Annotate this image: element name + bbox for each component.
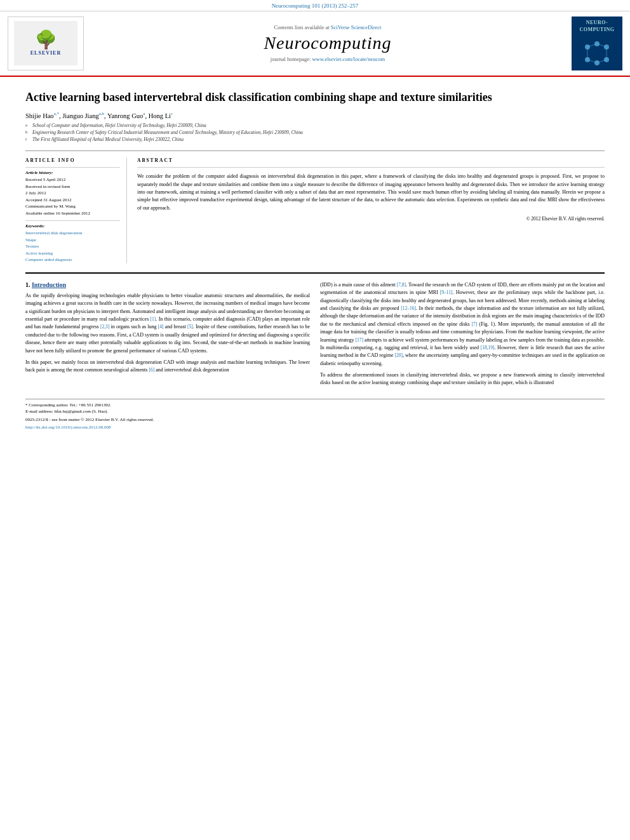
author-shijie: Shijie Hao xyxy=(25,112,54,119)
abstract-section: ABSTRACT We consider the problem of the … xyxy=(137,157,605,263)
journal-header: 🌳 ELSEVIER Contents lists available at S… xyxy=(0,11,630,77)
journal-citation: Neurocomputing 101 (2013) 252–257 xyxy=(272,3,359,9)
communicated: Communicated by M. Wang xyxy=(25,203,120,210)
article-title: Active learning based intervertebral dis… xyxy=(25,90,605,105)
ref-7-fig1: [7] xyxy=(472,321,478,327)
affil-c-text: The First Affiliated Hospital of Anhui M… xyxy=(32,136,184,143)
journal-citation-bar: Neurocomputing 101 (2013) 252–257 xyxy=(0,0,630,11)
ref-7-8: [7,8] xyxy=(397,282,406,288)
ref-1: [1] xyxy=(151,316,156,322)
doi-line[interactable]: http://dx.doi.org/10.1016/j.neucom.2012.… xyxy=(25,424,605,431)
author-jianguo: Jianguo Jiang xyxy=(62,112,98,119)
ref-6: [6] xyxy=(149,367,154,373)
keywords-block: Keywords: Intervertebral disk degenerati… xyxy=(25,220,120,263)
elsevier-label: ELSEVIER xyxy=(30,50,61,56)
main-content: Active learning based intervertebral dis… xyxy=(0,77,630,444)
ref-5: [5] xyxy=(187,324,193,330)
journal-center-info: Contents lists available at SciVerse Sci… xyxy=(90,17,565,70)
intro-col-right: (IDD) is a main cause of this ailment [7… xyxy=(320,281,605,391)
sciverse-line: Contents lists available at SciVerse Sci… xyxy=(274,24,382,30)
issn-line: 0925-2312/$ - see front matter © 2012 El… xyxy=(25,417,605,423)
ref-17: [17] xyxy=(356,337,364,343)
neurocomputing-icon xyxy=(581,41,613,66)
intro-para-3: (IDD) is a main cause of this ailment [7… xyxy=(320,281,605,368)
revised-date: Received in revised form xyxy=(25,183,120,190)
ref-9-11: [9–11] xyxy=(440,290,453,295)
keyword-shape: Shape xyxy=(25,237,120,244)
keyword-cad: Computer aided diagnosis xyxy=(25,257,120,263)
abstract-text: We consider the problem of the computer … xyxy=(137,173,605,212)
article-history-block: Article history: Received 5 April 2012 R… xyxy=(25,167,120,217)
copyright-line: © 2012 Elsevier B.V. All rights reserved… xyxy=(137,216,605,222)
ref-12-16: [12–16] xyxy=(401,305,416,311)
elsevier-logo-container: 🌳 ELSEVIER xyxy=(8,17,84,70)
affil-b: b Engineering Research Center of Safety … xyxy=(25,129,605,136)
article-info-panel: ARTICLE INFO Article history: Received 5… xyxy=(25,157,127,263)
history-label: Article history: xyxy=(25,170,120,175)
section-title: Introduction xyxy=(32,281,66,288)
elsevier-tree-icon: 🌳 xyxy=(35,31,57,49)
received-date: Received 5 April 2012 xyxy=(25,177,120,183)
accepted-date: Accepted 31 August 2012 xyxy=(25,197,120,204)
article-info-abstract: ARTICLE INFO Article history: Received 5… xyxy=(25,150,605,263)
ref-4: [4] xyxy=(158,324,164,330)
intro-para-2: In this paper, we mainly focus on interv… xyxy=(25,359,310,375)
homepage-label: journal homepage: xyxy=(271,56,311,62)
intro-section-header: 1. Introduction xyxy=(25,281,310,288)
ref-18-19: [18,19] xyxy=(481,345,495,350)
body-section: 1. Introduction As the rapidly developin… xyxy=(25,272,605,391)
corresponding-note: * Corresponding author. Tel.: +86 551 29… xyxy=(25,402,605,409)
affil-b-text: Engineering Research Center of Safety Cr… xyxy=(32,129,303,136)
intro-para-1: As the rapidly developing imaging techno… xyxy=(25,292,310,355)
affiliations: a School of Computer and Information, He… xyxy=(25,122,605,143)
neurocomputing-badge: NEURO-COMPUTING xyxy=(579,19,614,68)
homepage-line: journal homepage: www.elsevier.com/locat… xyxy=(271,56,385,62)
intro-para-4: To address the aforementioned issues in … xyxy=(320,371,605,387)
footnotes: * Corresponding author. Tel.: +86 551 29… xyxy=(25,399,605,431)
available-date: Available online 16 September 2012 xyxy=(25,210,120,217)
abstract-heading: ABSTRACT xyxy=(137,157,605,163)
keywords-label: Keywords: xyxy=(25,223,120,229)
keyword-active: Active learning xyxy=(25,250,120,257)
homepage-url[interactable]: www.elsevier.com/locate/neucom xyxy=(312,56,385,62)
neurocomputing-badge-container: NEURO-COMPUTING xyxy=(572,17,622,70)
keyword-texture: Texture xyxy=(25,243,120,250)
email-note: E-mail address: hfut.hsj@gmail.com (S. H… xyxy=(25,408,605,415)
article-info-heading: ARTICLE INFO xyxy=(25,157,120,163)
affil-c: c The First Affiliated Hospital of Anhui… xyxy=(25,136,605,143)
sciverse-link[interactable]: SciVerse ScienceDirect xyxy=(331,24,382,30)
journal-name: Neurocomputing xyxy=(264,33,391,53)
affil-a: a School of Computer and Information, He… xyxy=(25,122,605,129)
authors-line: Shijie Haoa,*, Jianguo Jianga,b, Yanrong… xyxy=(25,111,605,119)
elsevier-logo: 🌳 ELSEVIER xyxy=(14,21,77,65)
author-yanrong: Yanrong Guo xyxy=(107,112,143,119)
revised-date2: 2 July 2012 xyxy=(25,190,120,197)
ref-2-3: [2,3] xyxy=(100,324,109,330)
ref-20: [20] xyxy=(394,352,403,358)
keyword-idd: Intervertebral disk degeneration xyxy=(25,230,120,237)
affil-a-text: School of Computer and Information, Hefe… xyxy=(32,122,206,129)
contents-label: Contents lists available at xyxy=(274,24,330,30)
intro-col-left: 1. Introduction As the rapidly developin… xyxy=(25,281,310,391)
author-hong: Hong Li xyxy=(149,112,171,119)
section-number: 1. xyxy=(25,281,30,288)
